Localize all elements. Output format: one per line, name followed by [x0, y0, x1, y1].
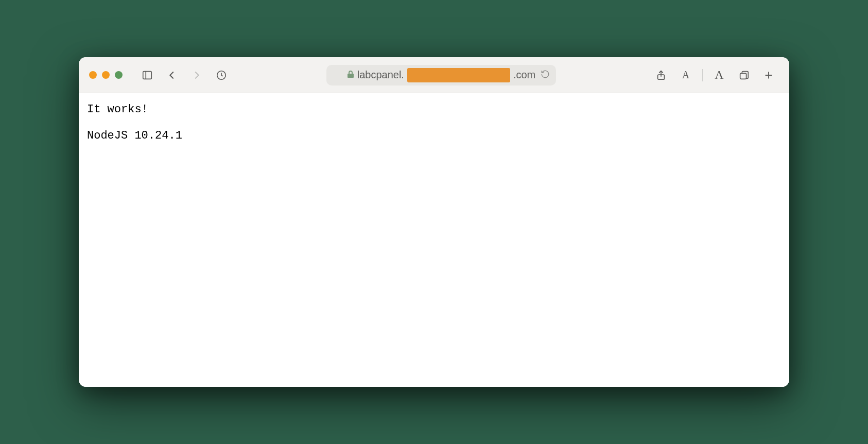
page-content: It works! NodeJS 10.24.1 [79, 93, 789, 387]
chevron-left-icon [166, 70, 178, 81]
status-text: It works! [87, 103, 781, 117]
letter-a-small-icon: A [682, 69, 689, 81]
text-size-small-button[interactable]: A [675, 65, 696, 86]
address-bar[interactable]: labcpanel. .com [326, 65, 557, 86]
url-suffix: .com [513, 69, 535, 81]
window-controls [89, 71, 123, 79]
close-window-button[interactable] [89, 71, 97, 79]
lock-icon [347, 69, 354, 81]
reload-icon [541, 70, 550, 79]
svg-rect-0 [143, 71, 152, 79]
maximize-window-button[interactable] [115, 71, 123, 79]
share-icon [655, 70, 667, 81]
back-button[interactable] [162, 65, 182, 86]
chevron-right-icon [191, 70, 202, 81]
url-redacted-segment [407, 68, 510, 82]
url-prefix: labcpanel. [357, 69, 404, 81]
svg-rect-4 [740, 73, 747, 79]
toolbar-divider [702, 69, 703, 81]
browser-window: labcpanel. .com A A [79, 57, 789, 387]
sidebar-icon [142, 70, 153, 81]
clock-icon [216, 70, 227, 81]
tabs-icon [738, 70, 750, 81]
reload-button[interactable] [541, 70, 550, 81]
letter-a-large-icon: A [715, 68, 723, 82]
minimize-window-button[interactable] [102, 71, 110, 79]
tabs-button[interactable] [734, 65, 754, 86]
new-tab-button[interactable] [758, 65, 779, 86]
history-button[interactable] [211, 65, 232, 86]
text-size-large-button[interactable]: A [709, 65, 730, 86]
share-button[interactable] [651, 65, 671, 86]
browser-toolbar: labcpanel. .com A A [79, 57, 789, 93]
url-display: labcpanel. .com [347, 68, 536, 82]
version-text: NodeJS 10.24.1 [87, 129, 781, 144]
plus-icon [763, 70, 774, 81]
sidebar-toggle-button[interactable] [137, 65, 158, 86]
forward-button[interactable] [186, 65, 207, 86]
